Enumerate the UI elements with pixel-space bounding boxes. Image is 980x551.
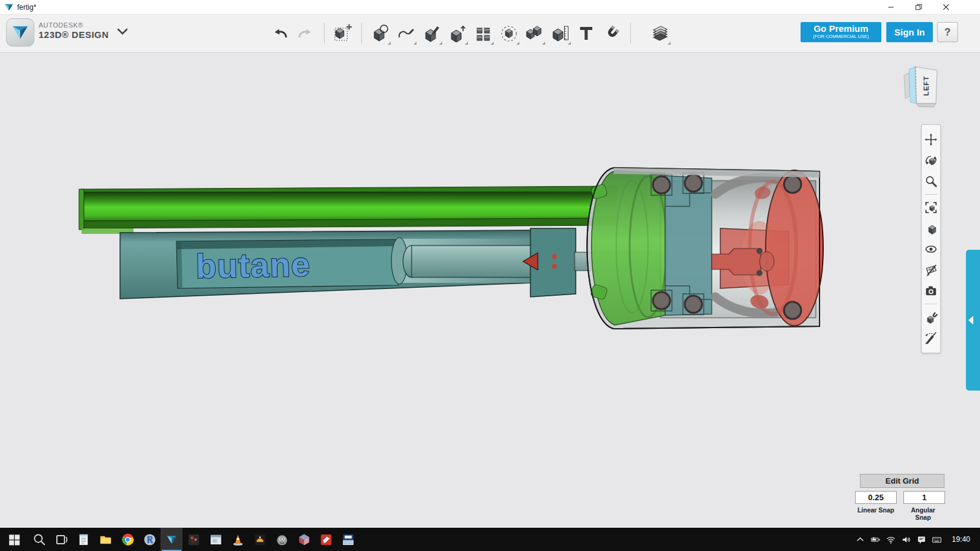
pan-icon[interactable] bbox=[923, 132, 939, 148]
sketch-icon[interactable] bbox=[393, 20, 419, 46]
dome-icon[interactable] bbox=[249, 528, 271, 551]
dropdown-caret-icon[interactable] bbox=[388, 42, 391, 45]
explorer-icon[interactable] bbox=[94, 528, 116, 551]
brand-triangle-icon bbox=[12, 24, 29, 40]
vlc-icon[interactable] bbox=[227, 528, 249, 551]
brand-line1: AUTODESK® bbox=[39, 21, 109, 29]
search-icon[interactable] bbox=[28, 528, 50, 551]
model-viewport[interactable]: butane bbox=[0, 52, 980, 527]
edit-grid-panel: Edit Grid Linear Snap Angular Snap bbox=[855, 474, 944, 521]
taskbar-apps bbox=[0, 528, 359, 551]
paint-icon[interactable] bbox=[183, 528, 205, 551]
combine-icon[interactable] bbox=[522, 20, 548, 46]
measure-icon[interactable] bbox=[548, 20, 573, 46]
app123d-icon[interactable] bbox=[160, 528, 183, 551]
chrome-icon[interactable] bbox=[116, 528, 138, 551]
green-tube-part[interactable] bbox=[79, 186, 619, 234]
sign-in-button[interactable]: Sign In bbox=[886, 22, 933, 42]
fit-icon[interactable] bbox=[923, 200, 939, 216]
dropdown-caret-icon[interactable] bbox=[413, 42, 417, 45]
toolbar-separator bbox=[324, 23, 325, 43]
keyboard-icon[interactable] bbox=[929, 528, 944, 551]
construct-icon[interactable] bbox=[419, 20, 445, 46]
snap-icon[interactable] bbox=[599, 20, 625, 46]
dropdown-caret-icon[interactable] bbox=[491, 42, 494, 45]
help-button[interactable]: ? bbox=[937, 22, 958, 42]
text-icon[interactable] bbox=[573, 20, 599, 46]
app-header: AUTODESK® 123D® DESIGN Go Premium (FOR C… bbox=[0, 14, 980, 53]
undo-icon[interactable] bbox=[267, 20, 293, 46]
taskbar-clock[interactable]: 19:40 bbox=[944, 535, 978, 544]
modify-icon[interactable] bbox=[445, 20, 470, 46]
system-tray: 19:40 bbox=[853, 528, 980, 551]
battery-icon[interactable] bbox=[868, 528, 883, 551]
dropdown-caret-icon[interactable] bbox=[568, 42, 571, 45]
sketchup-icon[interactable] bbox=[315, 528, 337, 551]
volume-icon[interactable] bbox=[899, 528, 914, 551]
hide-sketch-icon[interactable] bbox=[923, 330, 939, 346]
shaded-icon[interactable] bbox=[923, 220, 939, 236]
redo-icon[interactable] bbox=[293, 20, 318, 46]
flyout-arrow-icon bbox=[968, 316, 973, 324]
dropdown-caret-icon[interactable] bbox=[668, 42, 671, 45]
app-menu-chevron-icon[interactable] bbox=[116, 27, 129, 39]
close-button[interactable] bbox=[932, 0, 960, 13]
brand-text: AUTODESK® 123D® DESIGN bbox=[39, 21, 109, 40]
brand-line2: 123D® DESIGN bbox=[39, 29, 109, 40]
app-logo-icon bbox=[4, 3, 13, 12]
angular-snap-label: Angular Snap bbox=[902, 506, 944, 521]
butane-body-part[interactable]: butane bbox=[120, 228, 576, 299]
visibility-icon[interactable] bbox=[923, 241, 939, 257]
dropdown-caret-icon[interactable] bbox=[439, 42, 442, 45]
taskview-icon[interactable] bbox=[50, 528, 72, 551]
dropdown-caret-icon[interactable] bbox=[465, 42, 468, 45]
zoom-icon[interactable] bbox=[923, 173, 939, 189]
title-bar: fertig* bbox=[0, 0, 980, 15]
windows-taskbar: 19:40 bbox=[0, 528, 980, 551]
go-premium-sub: (FOR COMMERCIAL USE) bbox=[801, 34, 881, 39]
material-icon[interactable] bbox=[647, 20, 673, 46]
parts-flyout-tab[interactable] bbox=[966, 250, 980, 391]
app-brand-logo[interactable] bbox=[6, 18, 34, 47]
primitives-icon[interactable] bbox=[368, 20, 393, 46]
toolbar-separator bbox=[925, 304, 937, 304]
toolbar-separator bbox=[925, 194, 937, 195]
pattern-icon[interactable] bbox=[470, 20, 496, 46]
viewcube-face-label: LEFT bbox=[922, 76, 930, 96]
delftship-icon[interactable] bbox=[337, 528, 359, 551]
edit-grid-button[interactable]: Edit Grid bbox=[860, 474, 944, 488]
hexagon-icon[interactable] bbox=[293, 528, 315, 551]
notepad-icon[interactable] bbox=[72, 528, 94, 551]
navigation-toolbar bbox=[921, 124, 941, 353]
tray-icons bbox=[853, 528, 944, 551]
material-toggle-icon[interactable] bbox=[923, 309, 939, 325]
toolbar-separator bbox=[630, 23, 631, 43]
hide-grid-icon[interactable] bbox=[923, 262, 939, 278]
orbit-icon[interactable] bbox=[923, 152, 939, 168]
main-toolbar bbox=[267, 19, 673, 47]
gimp-icon[interactable] bbox=[271, 528, 293, 551]
go-premium-label: Go Premium bbox=[801, 23, 881, 34]
window-title: fertig* bbox=[17, 3, 36, 12]
chat-icon[interactable] bbox=[914, 528, 929, 551]
dropdown-caret-icon[interactable] bbox=[516, 42, 519, 45]
linear-snap-input[interactable] bbox=[855, 491, 897, 504]
shell-glass-part[interactable] bbox=[587, 168, 820, 329]
group-icon[interactable] bbox=[496, 20, 522, 46]
toolbar-separator bbox=[361, 23, 362, 43]
butane-label: butane bbox=[195, 246, 310, 285]
wifi-icon[interactable] bbox=[883, 528, 899, 551]
restore-button[interactable] bbox=[905, 0, 932, 13]
angular-snap-input[interactable] bbox=[903, 491, 945, 504]
dropdown-caret-icon[interactable] bbox=[542, 42, 545, 45]
transform-icon[interactable] bbox=[330, 20, 356, 46]
start-icon[interactable] bbox=[0, 528, 28, 551]
cadapp-icon[interactable] bbox=[205, 528, 227, 551]
view-cube[interactable]: LEFT bbox=[899, 58, 956, 114]
model-3d-view[interactable]: butane bbox=[0, 52, 980, 527]
minimize-button[interactable] bbox=[877, 0, 905, 13]
chevron-icon[interactable] bbox=[853, 528, 868, 551]
go-premium-button[interactable]: Go Premium (FOR COMMERCIAL USE) bbox=[801, 22, 881, 42]
rstudio-icon[interactable] bbox=[138, 528, 160, 551]
screenshot-icon[interactable] bbox=[923, 283, 939, 299]
